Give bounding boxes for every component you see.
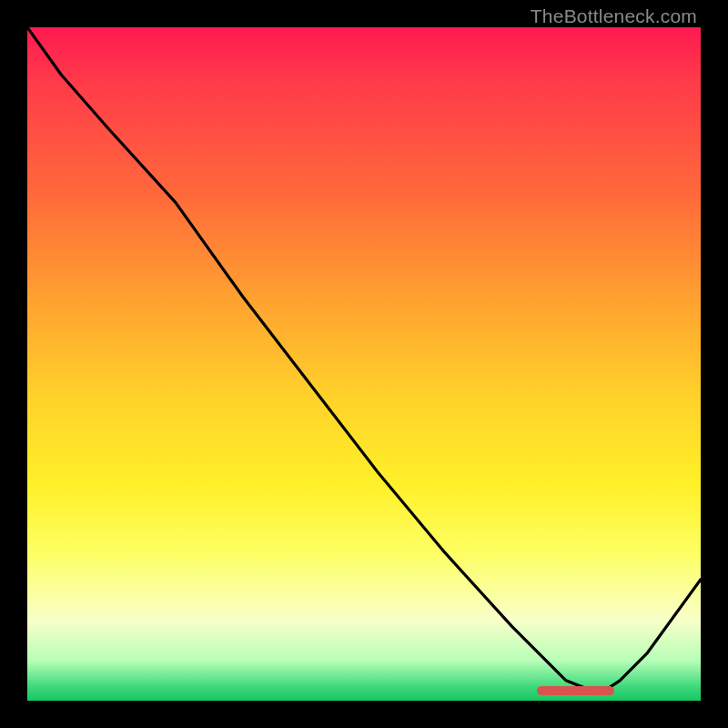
watermark-text: TheBottleneck.com xyxy=(531,5,697,27)
bottleneck-curve xyxy=(27,27,701,701)
optimal-range-marker xyxy=(537,686,614,695)
chart-frame: TheBottleneck.com xyxy=(0,0,728,728)
plot-area xyxy=(27,27,701,701)
